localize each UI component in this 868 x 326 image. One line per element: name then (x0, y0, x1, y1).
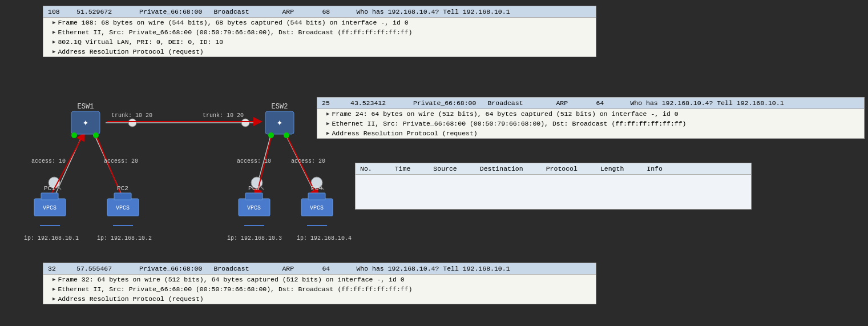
svg-text:PC4: PC4 (311, 185, 322, 192)
svg-text:access: 10: access: 10 (237, 158, 271, 164)
mid-col-dst: Broadcast (487, 99, 544, 107)
svg-text:trunk: 10 20: trunk: 10 20 (203, 112, 244, 119)
svg-text:ip: 192.168.10.4: ip: 192.168.10.4 (297, 235, 352, 242)
svg-text:PC2: PC2 (117, 185, 128, 192)
bot-col-info: Who has 192.168.10.4? Tell 192.168.10.1 (356, 265, 591, 272)
svg-point-38 (268, 132, 274, 138)
svg-text:access: 20: access: 20 (104, 158, 138, 164)
mid-detail-0[interactable]: Frame 24: 64 bytes on wire (512 bits), 6… (317, 109, 864, 119)
svg-text:access: 10: access: 10 (31, 158, 66, 164)
empty-col-dst: Destination (480, 165, 523, 172)
mid-col-info: Who has 192.168.10.4? Tell 192.168.10.1 (630, 99, 859, 107)
network-topology: ✦ ESW1 ✦ ESW2 VPCS PC1 VPCS PC2 VPCS PC3… (0, 0, 365, 326)
svg-point-28 (71, 132, 77, 138)
svg-rect-31 (114, 193, 131, 200)
svg-text:VPCS: VPCS (310, 205, 324, 211)
mid-col-proto: ARP (556, 99, 584, 107)
svg-text:ESW2: ESW2 (272, 103, 288, 111)
svg-rect-26 (41, 193, 58, 200)
empty-col-src: Source (433, 165, 457, 172)
empty-body (356, 175, 751, 209)
svg-text:✦: ✦ (277, 117, 283, 128)
svg-text:VPCS: VPCS (43, 205, 56, 211)
empty-header: No. Time Source Destination Protocol Len… (356, 163, 751, 175)
svg-text:ip: 192.168.10.3: ip: 192.168.10.3 (227, 235, 282, 242)
svg-text:VPCS: VPCS (247, 205, 261, 211)
top-col-info: Who has 192.168.10.4? Tell 192.168.10.1 (356, 8, 591, 15)
svg-point-6 (241, 119, 249, 127)
svg-text:access: 20: access: 20 (291, 158, 325, 164)
mid-capture-panel: 25 43.523412 Private_66:68:00 Broadcast … (317, 97, 865, 139)
svg-text:✦: ✦ (83, 117, 89, 128)
svg-text:ip: 192.168.10.2: ip: 192.168.10.2 (97, 235, 152, 242)
svg-line-13 (51, 136, 83, 194)
empty-col-len: Length (600, 165, 624, 172)
empty-col-info: Info (647, 165, 663, 172)
svg-point-43 (284, 132, 289, 138)
svg-text:PC3: PC3 (248, 185, 260, 192)
empty-capture-panel: No. Time Source Destination Protocol Len… (355, 163, 752, 210)
empty-col-time: Time (395, 165, 411, 172)
mid-capture-header: 25 43.523412 Private_66:68:00 Broadcast … (317, 98, 864, 109)
svg-rect-36 (245, 193, 263, 200)
svg-text:PC1: PC1 (44, 185, 55, 192)
svg-text:trunk: 10 20: trunk: 10 20 (111, 112, 152, 119)
mid-detail-2[interactable]: Address Resolution Protocol (request) (317, 128, 864, 138)
svg-text:ESW1: ESW1 (78, 103, 94, 111)
mid-col-len: 64 (596, 99, 619, 107)
svg-point-5 (128, 119, 136, 127)
svg-text:VPCS: VPCS (116, 205, 130, 211)
svg-rect-41 (308, 193, 325, 200)
mid-col-src: Private_66:68:00 (413, 99, 476, 107)
mid-detail-1[interactable]: Ethernet II, Src: Private_66:68:00 (00:5… (317, 119, 864, 128)
svg-text:ip: 192.168.10.1: ip: 192.168.10.1 (24, 235, 79, 242)
svg-point-33 (93, 132, 99, 138)
svg-line-10 (260, 186, 264, 190)
empty-col-proto: Protocol (546, 165, 578, 172)
